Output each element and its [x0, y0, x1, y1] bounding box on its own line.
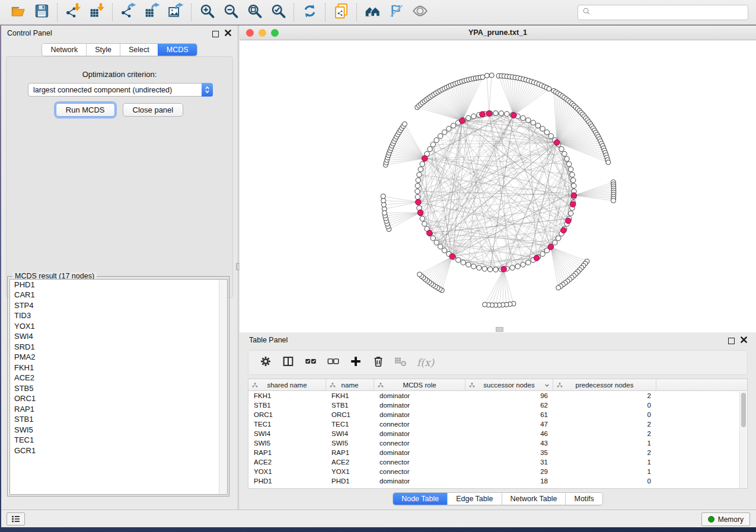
- delete-button[interactable]: [369, 354, 387, 371]
- mcds-node-item[interactable]: RAP1: [10, 404, 227, 415]
- mcds-node-item[interactable]: SWI5: [10, 425, 227, 435]
- cell-predecessor-nodes: 1: [553, 438, 656, 448]
- sort-descending-icon[interactable]: [544, 382, 550, 390]
- search-box[interactable]: [578, 5, 748, 20]
- mcds-node-item[interactable]: PHD1: [10, 280, 227, 290]
- clone-network-button[interactable]: [329, 2, 353, 23]
- import-table-button[interactable]: [85, 2, 109, 23]
- cell-MCDS-role: connector: [374, 467, 465, 476]
- mcds-node-item[interactable]: STP4: [10, 300, 227, 311]
- tab-network[interactable]: Network: [42, 44, 86, 56]
- table-row[interactable]: PHD1PHD1dominator180: [248, 476, 747, 486]
- tab-network-table[interactable]: Network Table: [502, 493, 566, 505]
- add-button[interactable]: [347, 354, 365, 371]
- close-panel-icon[interactable]: [224, 28, 232, 39]
- mcds-list-scrollbar[interactable]: [219, 280, 227, 494]
- export-table-button[interactable]: [140, 2, 164, 23]
- table-row[interactable]: RAP1RAP1dominator352: [248, 448, 747, 457]
- tab-edge-table[interactable]: Edge Table: [447, 493, 501, 505]
- two-houses-button[interactable]: [361, 2, 384, 23]
- export-image-icon: [168, 3, 184, 21]
- table-row[interactable]: YOX1YOX1connector291: [248, 467, 747, 476]
- export-image-button[interactable]: [164, 2, 187, 23]
- table-row[interactable]: SWI4SWI4dominator462: [248, 429, 747, 438]
- mcds-node-item[interactable]: SRD1: [10, 342, 227, 352]
- tab-select[interactable]: Select: [120, 44, 158, 56]
- network-canvas[interactable]: [240, 40, 756, 332]
- zoom-in-button[interactable]: [195, 2, 219, 23]
- refresh-button[interactable]: [298, 2, 321, 23]
- close-window-button[interactable]: [246, 29, 254, 37]
- table-scrollbar[interactable]: [739, 392, 747, 488]
- mcds-node-item[interactable]: TEC1: [10, 435, 227, 446]
- deselect-all-button[interactable]: [324, 354, 342, 371]
- column-header-name[interactable]: name: [326, 379, 374, 390]
- mcds-node-item[interactable]: GCR1: [10, 446, 227, 456]
- save-button[interactable]: [30, 2, 53, 23]
- cell-MCDS-role: dominator: [374, 429, 465, 438]
- tab-mcds[interactable]: MCDS: [158, 44, 197, 56]
- column-header-predecessor-nodes[interactable]: predecessor nodes: [553, 379, 656, 390]
- mcds-node-item[interactable]: SWI4: [10, 332, 227, 342]
- table-scrollbar-thumb[interactable]: [741, 393, 746, 427]
- zoom-window-button[interactable]: [271, 29, 279, 37]
- column-header-MCDS-role[interactable]: MCDS role: [374, 379, 465, 390]
- mcds-node-item[interactable]: FKH1: [10, 363, 227, 373]
- table-row[interactable]: SWI5SWI5connector431: [248, 438, 747, 448]
- tab-motifs[interactable]: Motifs: [565, 493, 602, 505]
- column-grip-icon: [251, 382, 259, 390]
- mcds-node-item[interactable]: STB5: [10, 383, 227, 394]
- settings-button[interactable]: [257, 354, 275, 371]
- zoom-selected-button[interactable]: [266, 2, 290, 23]
- column-header-successor-nodes[interactable]: successor nodes: [465, 379, 553, 390]
- mcds-node-item[interactable]: YOX1: [10, 321, 227, 332]
- zoom-selected-icon: [270, 3, 286, 21]
- search-input[interactable]: [592, 8, 744, 17]
- memory-button[interactable]: Memory: [701, 512, 750, 526]
- network-window-titlebar[interactable]: YPA_prune.txt_1: [240, 25, 756, 40]
- open-icon: [10, 3, 26, 21]
- delete-table-button[interactable]: [392, 354, 410, 371]
- mcds-node-item[interactable]: ORC1: [10, 394, 227, 405]
- mcds-result-list[interactable]: PHD1CAR1STP4TID3YOX1SWI4SRD1PMA2FKH1ACE2…: [9, 279, 228, 495]
- mcds-node-item[interactable]: PMA2: [10, 352, 227, 363]
- table-row[interactable]: ORC1ORC1dominator610: [248, 410, 747, 419]
- log-console-button[interactable]: [7, 512, 25, 525]
- column-header-shared-name[interactable]: shared name: [248, 379, 326, 390]
- tab-style[interactable]: Style: [86, 44, 120, 56]
- export-network-button[interactable]: [116, 2, 140, 23]
- zoom-out-button[interactable]: [219, 2, 243, 23]
- delete-table-icon: [394, 355, 407, 370]
- function-builder-button[interactable]: f(x): [417, 357, 434, 368]
- minimize-window-button[interactable]: [259, 29, 266, 37]
- mcds-node-item[interactable]: CAR1: [10, 290, 227, 301]
- add-icon: [349, 355, 362, 370]
- mcds-node-item[interactable]: ACE2: [10, 373, 227, 384]
- flag-hide-button[interactable]: [384, 2, 408, 23]
- tab-node-table[interactable]: Node Table: [393, 493, 447, 505]
- criterion-dropdown[interactable]: largest connected component (undirected): [28, 83, 213, 97]
- zoom-fit-button[interactable]: [243, 2, 266, 23]
- columns-button[interactable]: [279, 354, 297, 371]
- table-row[interactable]: TEC1TEC1connector472: [248, 419, 747, 429]
- table-row[interactable]: STB1STB1dominator620: [248, 400, 747, 410]
- node-table: shared namenameMCDS rolesuccessor nodesp…: [248, 379, 748, 489]
- import-network-button[interactable]: [61, 2, 85, 23]
- float-table-panel-icon[interactable]: [728, 338, 735, 344]
- eye-show-button[interactable]: [408, 2, 432, 23]
- table-row[interactable]: ACE2ACE2connector311: [248, 457, 747, 467]
- select-all-button[interactable]: [302, 354, 320, 371]
- mcds-node-item[interactable]: TID3: [10, 311, 227, 322]
- cell-successor-nodes: 62: [465, 400, 553, 410]
- cell-successor-nodes: 96: [465, 391, 553, 400]
- close-panel-button[interactable]: Close panel: [123, 103, 184, 117]
- horizontal-splitter-handle[interactable]: [496, 327, 503, 332]
- network-graph[interactable]: [240, 40, 756, 332]
- float-panel-icon[interactable]: [212, 31, 219, 37]
- flag-hide-icon: [388, 3, 404, 21]
- mcds-node-item[interactable]: STB1: [10, 415, 227, 425]
- open-button[interactable]: [6, 2, 30, 23]
- close-table-panel-icon[interactable]: [740, 335, 748, 346]
- table-row[interactable]: FKH1FKH1dominator962: [248, 391, 747, 400]
- run-mcds-button[interactable]: Run MCDS: [56, 103, 115, 117]
